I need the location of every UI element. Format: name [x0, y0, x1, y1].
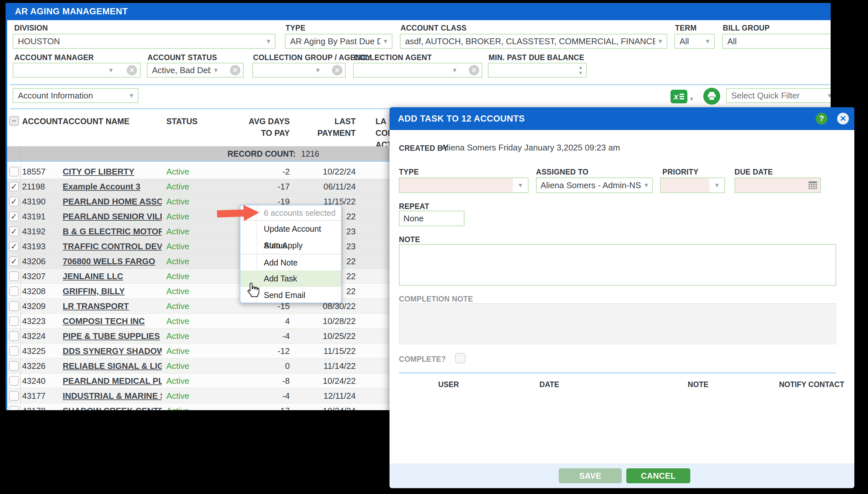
row-checkbox[interactable]: ✓ [9, 197, 19, 206]
account-number: 43240 [22, 376, 45, 386]
task-type-select[interactable]: ▾ [399, 177, 529, 193]
row-checkbox[interactable]: ✓ [9, 227, 19, 236]
account-number: 21198 [22, 182, 45, 192]
account-name-link[interactable]: COMPOSI TECH INC [63, 316, 145, 326]
priority-select[interactable]: ▾ [660, 177, 725, 193]
avg-days-cell: 4 [218, 316, 290, 326]
priority-label: PRIORITY [663, 168, 698, 176]
account-number: 43223 [22, 316, 45, 326]
history-column-note: NOTE [675, 380, 721, 389]
account-name-link[interactable]: DDS SYNERGY SHADOW C... [63, 346, 162, 356]
row-checkbox[interactable] [9, 286, 19, 296]
calendar-icon[interactable] [805, 178, 820, 192]
row-checkbox[interactable]: ✓ [9, 256, 19, 266]
account-name-link[interactable]: PIPE & TUBE SUPPLIES [63, 331, 160, 341]
complete-checkbox[interactable] [455, 353, 466, 363]
status-text: Active [166, 227, 190, 236]
add-task-modal: ADD TASK TO 12 ACCOUNTS ? ✕ CREATED BY A… [390, 107, 854, 488]
account-name-link[interactable]: GRIFFIN, BILLY [63, 286, 125, 297]
row-checkbox[interactable] [9, 167, 19, 176]
account-name-link[interactable]: Example Account 3 [63, 182, 140, 192]
assigned-to-label: ASSIGNED TO [536, 168, 588, 176]
history-column-user: USER [426, 380, 471, 389]
status-text: Active [166, 391, 190, 401]
last-payment-cell: 10/22/24 [293, 167, 356, 177]
status-text: Active [166, 406, 190, 410]
row-checkbox[interactable] [9, 346, 19, 356]
due-date-input[interactable] [734, 177, 821, 193]
chevron-down-icon: ▾ [513, 178, 528, 192]
account-name-link[interactable]: TRAFFIC CONTROL DEVICES [63, 242, 162, 251]
account-name-link[interactable]: LR TRANSPORT [63, 301, 129, 311]
row-checkbox[interactable] [9, 301, 19, 311]
account-number: 43192 [22, 227, 45, 236]
row-checkbox[interactable] [9, 376, 19, 386]
avg-days-cell: -17 [218, 406, 290, 410]
help-icon[interactable]: ? [816, 113, 827, 125]
account-name-link[interactable]: RELIABLE SIGNAL & LIGHT... [63, 361, 162, 371]
history-column-notify-contact: NOTIFY CONTACT [763, 380, 844, 389]
assigned-to-select[interactable]: Aliena Somers - Admin-NS (A ▾ [536, 177, 653, 193]
account-name-link[interactable]: PEARLAND HOME ASSOCI... [63, 197, 162, 207]
cancel-button[interactable]: CANCEL [626, 468, 690, 483]
status-text: Active [166, 376, 190, 386]
avg-days-cell: -12 [218, 346, 290, 356]
status-text: Active [166, 242, 190, 251]
row-checkbox[interactable] [9, 406, 19, 410]
row-checkbox[interactable] [9, 316, 19, 326]
status-text: Active [166, 301, 190, 311]
account-number: 43226 [22, 361, 45, 371]
status-text: Active [166, 316, 190, 326]
due-date-label: DUE DATE [734, 168, 773, 176]
note-textarea[interactable] [399, 244, 836, 286]
avg-days-cell: -4 [218, 331, 290, 341]
account-name-link[interactable]: CITY OF LIBERTY [63, 167, 135, 177]
account-name-link[interactable]: INDUSTRIAL & MARINE SE... [63, 391, 162, 401]
repeat-field[interactable]: None [399, 211, 465, 226]
hand-cursor-icon [246, 282, 259, 298]
row-checkbox[interactable] [9, 271, 19, 281]
avg-days-cell: 0 [218, 361, 290, 371]
account-number: 43177 [22, 391, 45, 401]
status-text: Active [166, 361, 190, 371]
status-text: Active [166, 197, 190, 207]
completion-note-textarea [399, 303, 836, 344]
row-checkbox[interactable]: ✓ [9, 182, 19, 191]
avg-days-cell: -17 [218, 182, 290, 192]
last-payment-cell: 10/25/22 [293, 331, 356, 341]
created-by-value: Aliena Somers Friday January 3,2025 09:2… [441, 143, 620, 153]
context-menu-item[interactable]: Add Note [240, 254, 341, 270]
context-menu-item[interactable]: Update Account Status [240, 221, 341, 237]
row-checkbox[interactable] [9, 331, 19, 341]
screenshot-stage: AR AGING MANAGEMENT DIVISION HOUSTON ▾ T… [0, 0, 868, 494]
account-number: 43191 [22, 212, 45, 222]
status-text: Active [166, 212, 190, 222]
last-payment-cell: 10/24/24 [293, 406, 356, 410]
status-text: Active [166, 182, 190, 192]
status-text: Active [166, 346, 190, 356]
row-checkbox[interactable]: ✓ [9, 242, 19, 251]
account-name-link[interactable]: 706800 WELLS FARGO [63, 256, 155, 266]
status-text: Active [166, 286, 190, 297]
close-icon[interactable]: ✕ [837, 113, 849, 125]
repeat-label: REPEAT [399, 202, 429, 211]
note-label: NOTE [399, 235, 420, 244]
status-text: Active [166, 331, 190, 341]
annotation-arrow-icon [217, 204, 260, 223]
account-number: 43208 [22, 286, 45, 297]
row-checkbox[interactable] [9, 391, 19, 401]
account-number: 43207 [22, 271, 45, 282]
account-number: 43206 [22, 256, 45, 266]
last-payment-cell: 10/28/22 [293, 316, 356, 326]
account-name-link[interactable]: JENLAINE LLC [63, 271, 123, 282]
account-number: 43178 [22, 406, 45, 410]
row-checkbox[interactable]: ✓ [9, 212, 19, 221]
account-name-link[interactable]: PEARLAND SENIOR VILLAGE [63, 212, 162, 222]
row-checkbox[interactable] [9, 361, 19, 371]
account-name-link[interactable]: B & G ELECTRIC MOTOR S... [63, 227, 162, 236]
account-name-link[interactable]: PEARLAND MEDICAL PLAZA [63, 376, 162, 386]
account-name-link[interactable]: SHADOW CREEK CENTER [63, 406, 162, 410]
chevron-down-icon: ▾ [709, 178, 725, 192]
context-menu-item[interactable]: Auto Apply [240, 237, 341, 254]
save-button[interactable]: SAVE [559, 468, 622, 483]
